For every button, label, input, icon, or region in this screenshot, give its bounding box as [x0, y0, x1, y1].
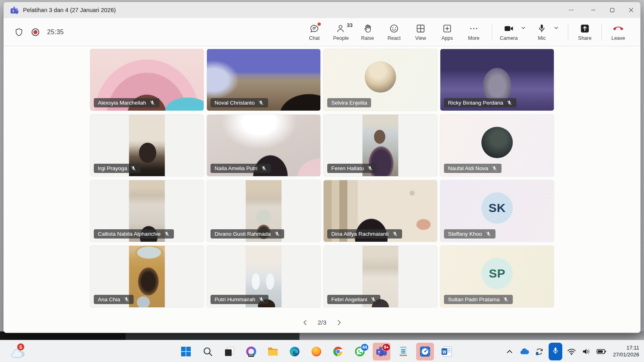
window-more-options-icon[interactable] — [561, 2, 580, 18]
apps-button[interactable]: Apps — [434, 23, 460, 41]
weather-widget[interactable]: 5 — [10, 344, 27, 358]
mic-icon — [537, 23, 547, 34]
participant-name: Selvira Enjelita — [331, 100, 367, 106]
participant-name: Putri Hummairah — [215, 296, 255, 302]
taskbar-firefox-icon[interactable] — [308, 343, 325, 360]
minimize-button[interactable] — [584, 2, 603, 18]
participant-tile[interactable]: SKSteffany Khoo — [440, 180, 554, 242]
avatar — [365, 61, 396, 93]
page-indicator: 2/3 — [318, 319, 326, 326]
muted-mic-icon — [491, 165, 497, 171]
taskbar-microsoft-365-copilot-icon[interactable]: M365 — [242, 343, 260, 360]
sync-icon[interactable] — [534, 346, 545, 357]
raise-icon — [362, 23, 373, 34]
titlebar: T Pelatihan 3 dan 4 (27 Januari 2026) — [4, 2, 640, 18]
participant-tile[interactable]: Selvira Enjelita — [323, 49, 438, 111]
wifi-icon[interactable] — [566, 346, 577, 357]
meeting-toolbar: 25:35 Chat33PeopleRaiseReactViewAppsMore… — [4, 18, 640, 46]
people-count: 33 — [347, 22, 353, 28]
microphone-icon — [551, 346, 560, 357]
participant-name: Irgi Prayoga — [98, 165, 127, 171]
participant-tile[interactable]: Feren Hallatu — [323, 114, 438, 177]
muted-mic-icon — [258, 296, 264, 302]
next-page-icon[interactable] — [334, 318, 343, 327]
participant-name: Dina Alifya Rachmaianti — [331, 231, 389, 237]
muted-mic-icon — [503, 296, 509, 302]
participant-tile[interactable]: Dina Alifya Rachmaianti — [323, 180, 438, 242]
muted-mic-icon — [506, 100, 512, 106]
svg-text:T: T — [378, 350, 380, 354]
taskbar-file-explorer-icon[interactable] — [264, 343, 282, 360]
previous-page-icon[interactable] — [301, 318, 310, 327]
participant-name-label: Naufal Aldi Nova — [444, 164, 502, 173]
participant-tile[interactable]: Ana Chia — [90, 245, 204, 308]
taskbar-notepad-icon[interactable] — [394, 343, 412, 360]
taskbar-speedometer-app-icon[interactable] — [416, 343, 434, 360]
whatsapp-badge: 44 — [361, 343, 369, 351]
taskbar-edge-icon[interactable] — [286, 343, 303, 360]
teams-app-icon: T — [10, 6, 19, 14]
participant-tile[interactable]: Febri Angeliani — [323, 245, 438, 308]
react-button[interactable]: React — [381, 23, 407, 41]
taskbar-task-view-icon[interactable] — [221, 343, 238, 360]
taskbar-word-icon[interactable]: W — [438, 343, 456, 360]
more-button[interactable]: More — [460, 23, 487, 41]
share-button[interactable]: Share — [573, 23, 597, 41]
participant-tile[interactable]: Noval Christanto — [206, 49, 321, 111]
participant-tile[interactable]: Putri Hummairah — [206, 245, 321, 308]
participant-tile[interactable]: SPSultan Padri Pratama — [440, 245, 554, 308]
cloud-icon — [10, 353, 27, 360]
participant-tile[interactable]: Divano Gusti Rahmada — [206, 180, 321, 242]
taskbar-teams-icon[interactable]: T9+ — [373, 343, 390, 360]
close-button[interactable] — [621, 2, 640, 18]
camera-options-chevron-icon[interactable] — [520, 24, 528, 33]
participant-tile[interactable]: Callista Nabila Alpharichie — [90, 180, 204, 242]
participant-name-label: Alexsyia Marchellah — [94, 98, 159, 107]
leave-button[interactable]: Leave — [607, 23, 630, 41]
participant-tile[interactable]: Alexsyia Marchellah — [90, 49, 204, 111]
mic-in-use-indicator[interactable] — [549, 343, 562, 360]
taskbar-chrome-icon[interactable] — [329, 343, 347, 360]
participant-name-label: Febri Angeliani — [327, 295, 380, 304]
battery-icon[interactable] — [596, 346, 607, 357]
participant-tile[interactable]: Ricky Bintang Perdana — [440, 49, 554, 111]
muted-mic-icon — [274, 231, 280, 237]
participant-name: Ana Chia — [98, 296, 120, 302]
svg-text:W: W — [442, 350, 446, 354]
mic-button[interactable]: Mic — [530, 23, 553, 41]
apps-icon — [442, 23, 452, 34]
participant-tile[interactable]: Naila Amelia Putri — [206, 114, 321, 177]
taskbar-search-icon[interactable] — [199, 343, 217, 360]
taskbar-clock[interactable]: 17:11 27/01/2026 — [613, 345, 639, 358]
muted-mic-icon — [130, 165, 136, 171]
mic-options-chevron-icon[interactable] — [553, 24, 561, 33]
muted-mic-icon — [258, 100, 264, 106]
taskbar-start-icon[interactable] — [177, 343, 195, 360]
gallery-pagination: 2/3 — [301, 318, 343, 327]
participant-name: Alexsyia Marchellah — [98, 100, 146, 106]
participant-tile[interactable]: Irgi Prayoga — [90, 114, 204, 177]
participant-name-label: Divano Gusti Rahmada — [211, 229, 284, 239]
participant-name-label: Callista Nabila Alpharichie — [94, 229, 174, 239]
volume-icon[interactable] — [581, 346, 592, 357]
chat-notification-dot — [318, 23, 321, 26]
participant-name-label: Dina Alifya Rachmaianti — [327, 229, 402, 239]
onedrive-icon[interactable] — [519, 346, 530, 357]
people-button[interactable]: 33People — [328, 23, 354, 41]
chat-button[interactable]: Chat — [301, 23, 328, 41]
avatar-initials: SP — [481, 258, 513, 289]
view-icon — [415, 23, 426, 34]
taskbar-whatsapp-icon[interactable]: 44 — [351, 343, 369, 360]
camera-button[interactable]: Camera — [497, 23, 520, 41]
maximize-button[interactable] — [603, 2, 621, 18]
teams-meeting-window: T Pelatihan 3 dan 4 (27 Januari 2026) 25… — [3, 2, 641, 333]
view-button[interactable]: View — [407, 23, 434, 41]
participant-tile[interactable]: Naufal Aldi Nova — [440, 114, 554, 177]
muted-mic-icon — [370, 296, 376, 302]
avatar — [481, 127, 513, 158]
participant-name-label: Selvira Enjelita — [327, 98, 371, 107]
raise-button[interactable]: Raise — [354, 23, 381, 41]
participant-name-label: Irgi Prayoga — [94, 164, 140, 173]
participant-name: Febri Angeliani — [331, 296, 367, 302]
tray-chevron-up-icon[interactable] — [504, 346, 515, 357]
